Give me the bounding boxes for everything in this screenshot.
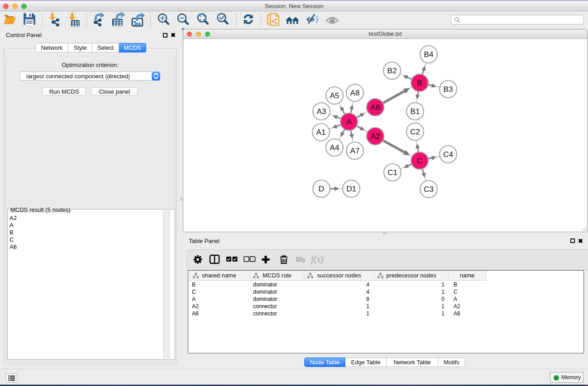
svg-text:A6: A6 <box>371 103 380 112</box>
svg-text:C4: C4 <box>443 150 453 159</box>
svg-text:f(x): f(x) <box>311 254 324 265</box>
svg-text:D: D <box>319 185 324 193</box>
svg-text:D1: D1 <box>346 185 356 193</box>
svg-text:C2: C2 <box>410 128 420 136</box>
svg-text:B3: B3 <box>444 85 453 94</box>
svg-text:C: C <box>417 157 422 165</box>
svg-text:A1: A1 <box>316 128 326 137</box>
svg-text:A: A <box>346 118 352 126</box>
svg-text:B1: B1 <box>411 107 420 116</box>
svg-text:A5: A5 <box>330 91 339 100</box>
svg-text:B2: B2 <box>387 67 397 75</box>
svg-text:A8: A8 <box>350 89 360 97</box>
svg-text:A3: A3 <box>317 107 326 116</box>
svg-text:B: B <box>417 79 422 87</box>
svg-text:C1: C1 <box>387 168 397 177</box>
svg-text:C3: C3 <box>424 185 434 194</box>
svg-text:A2: A2 <box>371 132 380 141</box>
svg-text:B4: B4 <box>424 50 434 59</box>
svg-text:A7: A7 <box>350 147 360 155</box>
svg-text:A4: A4 <box>330 143 339 152</box>
